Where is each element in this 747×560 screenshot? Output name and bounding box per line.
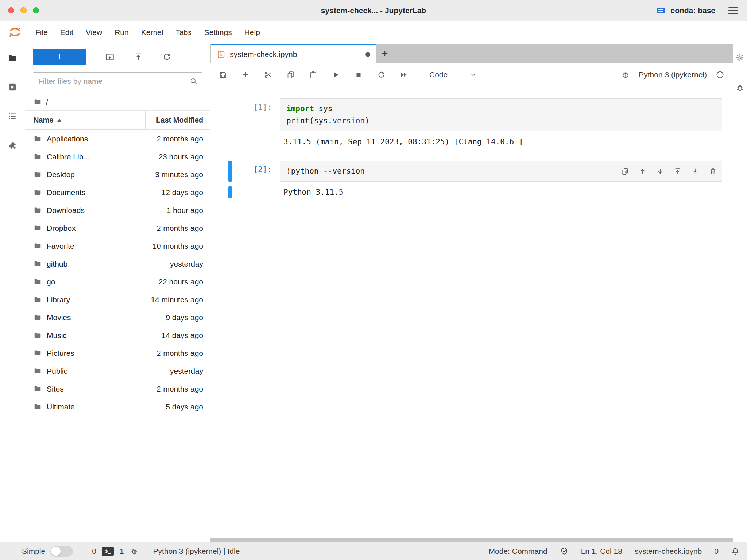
menu-help[interactable]: Help: [238, 24, 266, 40]
simple-mode-label: Simple: [22, 547, 45, 556]
list-item[interactable]: githubyesterday: [25, 255, 210, 273]
notebook-content: [1]: import sysprint(sys.version) 3.11.5…: [210, 86, 733, 538]
property-inspector-tab-icon[interactable]: [735, 53, 745, 63]
cell-1-input-row[interactable]: [1]: import sysprint(sys.version): [210, 98, 722, 131]
debugger-icon[interactable]: [621, 70, 630, 79]
new-folder-icon[interactable]: [105, 52, 115, 62]
home-folder-icon[interactable]: [34, 98, 42, 106]
new-tab-button[interactable]: +: [376, 44, 394, 63]
minimize-window-button[interactable]: [20, 7, 27, 13]
run-cell-icon[interactable]: [332, 70, 340, 79]
file-modified: 12 days ago: [162, 188, 210, 197]
tab-notebook[interactable]: system-check.ipynb: [211, 44, 376, 63]
file-browser-tab-icon[interactable]: [8, 53, 17, 63]
list-item[interactable]: Music14 days ago: [25, 326, 210, 344]
upload-icon[interactable]: [133, 52, 143, 62]
menu-tabs[interactable]: Tabs: [169, 24, 198, 40]
chevron-down-icon: [469, 71, 477, 78]
list-item[interactable]: Movies9 days ago: [25, 308, 210, 326]
cell-type-dropdown[interactable]: Code: [429, 70, 477, 79]
menu-edit[interactable]: Edit: [54, 24, 80, 40]
file-name: Movies: [47, 313, 71, 322]
insert-cell-below-icon[interactable]: [691, 167, 699, 175]
command-mode-indicator[interactable]: Mode: Command: [489, 547, 547, 556]
cell-2-collapser[interactable]: [228, 161, 232, 182]
menu-settings[interactable]: Settings: [198, 24, 238, 40]
conda-env-label[interactable]: conda: base: [670, 6, 715, 15]
cursor-position[interactable]: Ln 1, Col 18: [581, 547, 622, 556]
folder-icon: [34, 242, 42, 250]
menu-kernel[interactable]: Kernel: [135, 24, 170, 40]
copy-cells-icon[interactable]: [286, 70, 295, 79]
move-cell-down-icon[interactable]: [656, 167, 664, 175]
simple-mode-toggle[interactable]: [50, 546, 73, 557]
active-file-name[interactable]: system-check.ipynb: [635, 547, 702, 556]
column-header-modified[interactable]: Last Modified: [145, 111, 210, 129]
bell-icon[interactable]: [731, 547, 740, 556]
kernel-status-icon[interactable]: [716, 70, 724, 79]
cell-1-editor[interactable]: import sysprint(sys.version): [280, 98, 722, 131]
zoom-window-button[interactable]: [33, 7, 39, 13]
list-item[interactable]: Calibre Lib...23 hours ago: [25, 148, 210, 166]
kernel-name[interactable]: Python 3 (ipykernel): [639, 70, 707, 79]
list-item[interactable]: Favorite10 months ago: [25, 237, 210, 255]
jupyterlab-window: system-check... - JupyterLab conda: base…: [0, 0, 747, 560]
refresh-icon[interactable]: [162, 52, 171, 62]
delete-cell-icon[interactable]: [709, 167, 717, 175]
cell-2-editor[interactable]: !python --version: [280, 161, 722, 182]
kernels-count[interactable]: 1: [120, 547, 124, 556]
interrupt-kernel-icon[interactable]: [354, 70, 363, 79]
move-cell-up-icon[interactable]: [639, 167, 647, 175]
running-sessions-tab-icon[interactable]: [8, 82, 17, 92]
unsaved-changes-dot[interactable]: [365, 52, 370, 57]
extensions-tab-icon[interactable]: [8, 141, 17, 150]
cut-cells-icon[interactable]: [264, 70, 272, 79]
notifications-count[interactable]: 0: [714, 547, 719, 556]
terminal-icon[interactable]: $_: [102, 547, 114, 556]
column-header-name[interactable]: Name: [25, 116, 145, 124]
list-item[interactable]: Sites2 months ago: [25, 380, 210, 398]
file-name: Downloads: [47, 206, 85, 215]
kernel-status-text[interactable]: Python 3 (ipykernel) | Idle: [153, 547, 240, 556]
main-dock-panel: system-check.ipynb +: [210, 44, 733, 542]
trust-shield-icon[interactable]: [560, 547, 569, 556]
list-item[interactable]: Library14 minutes ago: [25, 291, 210, 308]
list-item[interactable]: go22 hours ago: [25, 273, 210, 291]
hamburger-menu-icon[interactable]: [728, 7, 738, 14]
filter-files-input[interactable]: [33, 72, 202, 90]
menu-file[interactable]: File: [29, 24, 54, 40]
restart-kernel-icon[interactable]: [377, 70, 386, 79]
list-item[interactable]: Pictures2 months ago: [25, 344, 210, 362]
menu-view[interactable]: View: [80, 24, 108, 40]
list-item[interactable]: Documents12 days ago: [25, 183, 210, 201]
cell-1-output-collapser[interactable]: [228, 136, 232, 148]
list-item[interactable]: Desktop3 minutes ago: [25, 166, 210, 183]
paste-cells-icon[interactable]: [309, 70, 318, 79]
titlebar: system-check... - JupyterLab conda: base: [0, 0, 747, 21]
cell-1-collapser[interactable]: [228, 98, 232, 131]
duplicate-cell-icon[interactable]: [621, 167, 629, 175]
table-of-contents-tab-icon[interactable]: [8, 112, 17, 121]
new-launcher-button[interactable]: +: [33, 49, 86, 65]
list-item[interactable]: Dropbox2 months ago: [25, 219, 210, 237]
cell-1-output-row: 3.11.5 (main, Sep 11 2023, 08:31:25) [Cl…: [210, 136, 722, 148]
search-icon: [189, 77, 198, 86]
debugger-tab-icon[interactable]: [735, 83, 745, 93]
breadcrumb-root[interactable]: /: [46, 97, 48, 107]
terminals-count[interactable]: 0: [92, 547, 96, 556]
insert-cell-above-icon[interactable]: [674, 167, 682, 175]
insert-cell-icon[interactable]: [241, 70, 250, 79]
list-item[interactable]: Ultimate5 days ago: [25, 398, 210, 416]
file-name: Documents: [47, 188, 85, 197]
kernels-icon[interactable]: [130, 547, 139, 556]
restart-run-all-icon[interactable]: [399, 70, 408, 79]
close-window-button[interactable]: [8, 7, 14, 13]
folder-icon: [34, 170, 42, 179]
list-item[interactable]: Publicyesterday: [25, 362, 210, 380]
list-item[interactable]: Applications2 months ago: [25, 130, 210, 148]
cell-2-output-collapser[interactable]: [228, 186, 232, 198]
menu-run[interactable]: Run: [108, 24, 135, 40]
cell-2-input-row[interactable]: [2]: !python --version: [210, 161, 722, 182]
save-icon[interactable]: [218, 70, 227, 79]
list-item[interactable]: Downloads1 hour ago: [25, 201, 210, 219]
